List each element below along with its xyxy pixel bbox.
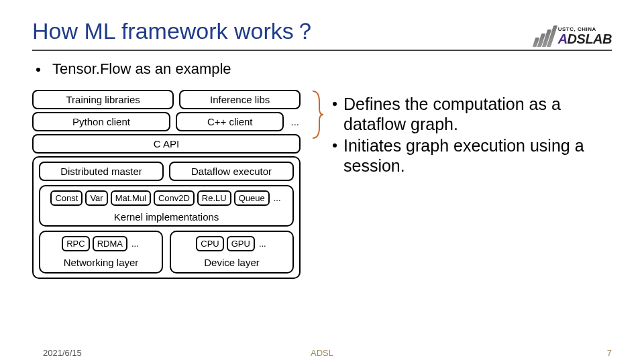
kernel-box: Const Var Mat.Mul Conv2D Re.LU Queue ...… <box>39 185 294 227</box>
op-const: Const <box>50 190 83 206</box>
brace-icon <box>310 90 323 139</box>
op-matmul: Mat.Mul <box>111 190 151 206</box>
device-box: CPU GPU ... Device layer <box>170 231 294 274</box>
subtitle-rest: as an example <box>131 60 231 77</box>
box-dataflow-exec: Dataflow executor <box>169 162 294 181</box>
ellipsis: ... <box>130 239 140 249</box>
footer-center: ADSL <box>311 348 333 358</box>
op-queue: Queue <box>234 190 270 206</box>
footer-date: 2021/6/15 <box>43 348 82 358</box>
bullet-icon <box>36 68 40 72</box>
ellipsis: ... <box>289 116 301 127</box>
dev-gpu: GPU <box>227 236 255 251</box>
net-rpc: RPC <box>62 236 89 251</box>
footer-page: 7 <box>607 348 612 358</box>
arch-diagram: Training libraries Inference libs Python… <box>32 90 301 279</box>
runtime-box: Distributed master Dataflow executor Con… <box>32 156 301 279</box>
bullet-icon <box>333 143 337 147</box>
op-conv2d: Conv2D <box>154 190 195 206</box>
bullet-icon <box>333 102 337 106</box>
op-var: Var <box>85 190 107 206</box>
ellipsis: ... <box>272 193 282 203</box>
explain-1: Defines the computation as a dataflow gr… <box>343 94 612 134</box>
subtitle: Tensor.Flow as an example <box>32 60 612 78</box>
logo-main: ADSLAB <box>558 32 612 46</box>
box-python-client: Python client <box>32 112 170 131</box>
device-label: Device layer <box>176 257 287 268</box>
subtitle-bold: Tensor.Flow <box>52 60 131 77</box>
logo-text: USTC, CHINA ADSLAB <box>558 27 612 46</box>
explain-2: Initiates graph execution using a sessio… <box>343 135 612 176</box>
slide-title: How ML framework works？ <box>32 16 317 47</box>
op-relu: Re.LU <box>197 190 231 206</box>
logo-bars-icon <box>534 25 554 47</box>
box-training-libs: Training libraries <box>32 90 174 109</box>
networking-box: RPC RDMA ... Networking layer <box>39 231 163 274</box>
net-rdma: RDMA <box>93 236 127 251</box>
kernel-label: Kernel implementations <box>43 211 290 223</box>
box-dist-master: Distributed master <box>39 162 164 181</box>
content: Training libraries Inference libs Python… <box>32 90 612 279</box>
box-cpp-client: C++ client <box>176 112 284 131</box>
title-row: How ML framework works？ USTC, CHINA ADSL… <box>32 16 612 51</box>
box-c-api: C API <box>32 134 301 154</box>
explanation: Defines the computation as a dataflow gr… <box>333 90 612 177</box>
dev-cpu: CPU <box>196 236 223 251</box>
logo: USTC, CHINA ADSLAB <box>534 25 612 47</box>
networking-label: Networking layer <box>46 257 156 268</box>
box-inference-libs: Inference libs <box>179 90 301 109</box>
ellipsis: ... <box>258 239 268 249</box>
